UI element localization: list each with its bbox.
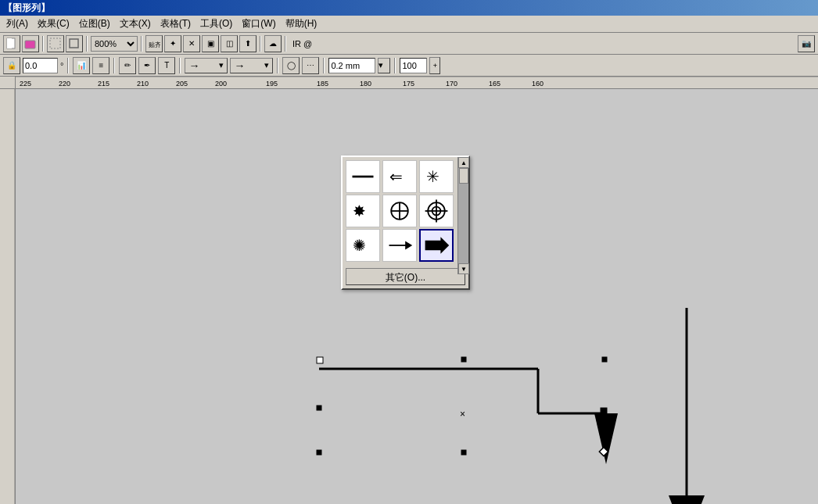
arrow-panel: ⇐ ✳ ✸ <box>341 155 470 290</box>
arrow-end-dropdown[interactable]: → ▾ <box>230 58 273 73</box>
arrow-cell-triple[interactable]: ⇐ <box>382 160 417 193</box>
scroll-track <box>458 168 468 263</box>
sep11 <box>394 58 396 73</box>
arrow-cell-circle-cross[interactable] <box>382 195 417 227</box>
sep9 <box>277 58 278 73</box>
svg-text:195: 195 <box>266 80 278 88</box>
svg-text:165: 165 <box>489 80 500 88</box>
svg-text:160: 160 <box>532 80 544 88</box>
pencil-btn[interactable]: ✒ <box>138 57 156 74</box>
big-arrow-head <box>669 495 705 504</box>
menu-list[interactable]: 列(A) <box>2 16 33 32</box>
line-width-dropdown[interactable]: ▾ <box>378 58 390 73</box>
corner-box <box>0 77 16 89</box>
svg-text:225: 225 <box>20 80 31 88</box>
menu-tools[interactable]: 工具(O) <box>196 16 237 32</box>
sep4 <box>260 36 261 52</box>
arrow-cell-circle-target[interactable] <box>419 195 454 227</box>
svg-text:200: 200 <box>215 80 227 88</box>
arrow-panel-scrollbar[interactable]: ▲ ▼ <box>457 157 468 274</box>
arrow-cell-filled-arrow[interactable] <box>419 229 454 262</box>
canvas-svg: × <box>16 89 818 504</box>
lock-btn[interactable]: 🔒 <box>3 57 20 74</box>
svg-text:170: 170 <box>446 80 457 88</box>
zoom-select[interactable]: 800% 400% 200% 100% <box>91 36 138 52</box>
arrow-cell-arrow-right[interactable] <box>382 229 417 262</box>
menu-effect[interactable]: 效果(C) <box>33 16 74 32</box>
arrow-cell-flat[interactable] <box>346 160 380 193</box>
handle-bl <box>317 450 321 455</box>
select-tool[interactable] <box>47 35 64 52</box>
ir-label: IR @ <box>292 39 312 48</box>
snap2-btn[interactable]: ✦ <box>164 35 181 52</box>
camera-btn[interactable]: 📷 <box>798 35 815 52</box>
svg-rect-4 <box>70 39 78 48</box>
delete-btn[interactable]: ✕ <box>183 35 200 52</box>
menu-text[interactable]: 文本(X) <box>115 16 156 32</box>
new-btn[interactable] <box>3 35 20 52</box>
text-btn[interactable]: T <box>158 57 175 74</box>
menu-table[interactable]: 表格(T) <box>156 16 196 32</box>
svg-text:185: 185 <box>317 80 328 88</box>
degree-symbol: ° <box>60 61 63 70</box>
scroll-down-btn[interactable]: ▼ <box>458 263 469 274</box>
dots-btn[interactable]: ⋯ <box>302 57 319 74</box>
arrow-cell-spark[interactable]: ✺ <box>346 229 380 262</box>
horizontal-ruler: 225 220 215 210 205 200 195 185 180 175 … <box>16 77 818 89</box>
vertical-ruler <box>0 89 16 504</box>
opacity-plus-btn[interactable]: + <box>429 57 440 74</box>
svg-rect-2 <box>25 41 35 48</box>
align-btn[interactable]: ≡ <box>92 57 109 74</box>
sep10 <box>323 58 325 73</box>
cloud-btn[interactable]: ☁ <box>264 35 282 52</box>
svg-text:205: 205 <box>176 80 188 88</box>
handle-ml <box>317 406 321 410</box>
histogram-btn[interactable]: 📊 <box>73 57 90 74</box>
svg-rect-1 <box>7 38 12 48</box>
ruler-h-svg: 225 220 215 210 205 200 195 185 180 175 … <box>16 77 818 89</box>
svg-marker-34 <box>405 241 412 250</box>
rotation-input[interactable] <box>23 58 58 73</box>
svg-marker-35 <box>425 237 450 254</box>
sep1 <box>42 36 44 52</box>
snap-btn[interactable]: 贴齐 <box>145 35 163 52</box>
title-text: 【图形列】 <box>3 2 50 15</box>
handle-bm <box>461 450 466 455</box>
sep8 <box>179 58 181 73</box>
svg-text:215: 215 <box>98 80 109 88</box>
line-width-input[interactable] <box>328 58 375 73</box>
title-bar: 【图形列】 <box>0 0 818 16</box>
arrow-cell-starburst[interactable]: ✸ <box>346 195 380 227</box>
main-area: × <box>0 89 818 504</box>
arrow-cell-burst1[interactable]: ✳ <box>419 160 454 193</box>
handle-tl <box>317 357 323 363</box>
menu-help[interactable]: 帮助(H) <box>281 16 322 32</box>
scroll-thumb[interactable] <box>459 168 468 184</box>
svg-text:220: 220 <box>59 80 70 88</box>
svg-text:✺: ✺ <box>353 237 366 254</box>
menu-bitmap[interactable]: 位图(B) <box>74 16 115 32</box>
scroll-up-btn[interactable]: ▲ <box>458 157 469 168</box>
ruler-v-svg <box>0 89 16 504</box>
menu-window[interactable]: 窗口(W) <box>237 16 280 32</box>
svg-text:180: 180 <box>360 80 371 88</box>
handle-tr <box>602 357 607 362</box>
other-arrows-btn[interactable]: 其它(O)... <box>346 268 465 285</box>
pen-btn[interactable]: ✏ <box>119 57 136 74</box>
arrow-head-small <box>594 413 618 464</box>
sep7 <box>113 58 115 73</box>
sep3 <box>141 36 142 52</box>
import-btn[interactable]: ⬆ <box>239 35 257 52</box>
arrow-start-dropdown[interactable]: → ▾ <box>185 58 228 73</box>
crop-tool[interactable] <box>66 35 83 52</box>
stroke-btn[interactable]: ◫ <box>221 35 238 52</box>
sep2 <box>86 36 88 52</box>
center-mark: × <box>460 409 465 420</box>
shape-btn[interactable]: ◯ <box>282 57 300 74</box>
fill-btn[interactable]: ▣ <box>202 35 219 52</box>
open-btn[interactable] <box>22 35 39 52</box>
opacity-input[interactable] <box>400 58 427 73</box>
canvas-area[interactable]: × <box>16 89 818 504</box>
svg-text:210: 210 <box>137 80 149 88</box>
svg-rect-3 <box>50 38 60 48</box>
